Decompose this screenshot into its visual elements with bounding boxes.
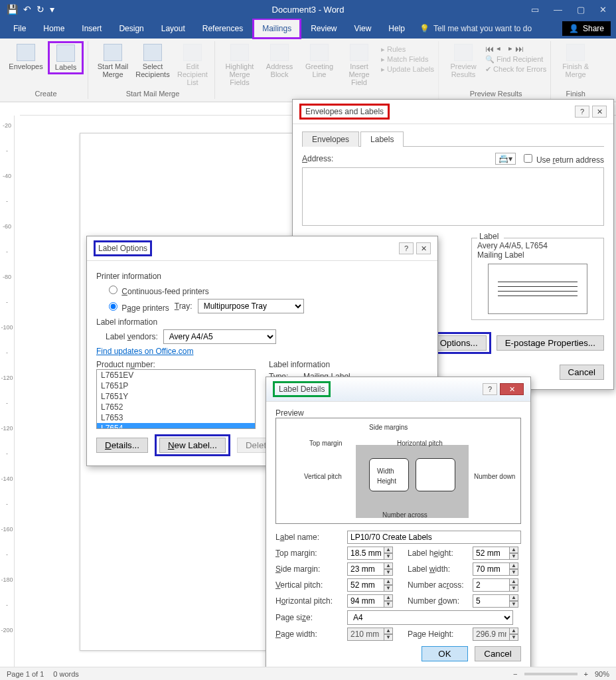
ruler-vertical: -20--40--60--80--100--120--120--140--160… [0,116,15,667]
tab-review[interactable]: Review [303,20,345,37]
help-icon[interactable]: ? [483,383,497,395]
address-label: AAddress:ddress: [302,154,333,163]
top-margin-input[interactable] [347,547,384,560]
tab-layout[interactable]: Layout [153,20,193,37]
tab-insert[interactable]: Insert [74,20,110,37]
use-return-checkbox[interactable]: Use return address [521,152,604,165]
insert-merge-field-button: Insert Merge Field [341,41,377,86]
continuous-feed-radio[interactable]: Continuous-feed printers [106,284,209,296]
label-name-input[interactable] [347,531,521,544]
number-down-input[interactable] [473,594,510,608]
page-size-select[interactable]: A4 [347,610,513,625]
help-icon[interactable]: ? [399,242,414,254]
product-listbox[interactable]: L7651EV L7651P L7651Y L7652 L7653 L7654 [96,369,256,429]
redo-icon[interactable]: ↻ [37,4,44,15]
ribbon-options-icon[interactable]: ▭ [531,5,539,15]
close-icon[interactable]: ✕ [416,242,431,254]
word-count[interactable]: 0 words [53,670,79,678]
label-info-title: Label information [269,360,428,369]
ribbon-group-preview: Preview Results ⏮ ◀ ▶ ⏭ 🔍 Find Recipient… [441,41,551,99]
window-title: Document3 - Word [272,5,345,15]
help-icon[interactable]: ? [575,106,589,118]
tab-references[interactable]: References [194,20,251,37]
highlight-fields-button: Highlight Merge Fields [222,41,258,86]
page-height-input[interactable] [473,628,510,641]
close-icon[interactable]: ✕ [592,106,607,118]
page-printers-radio[interactable]: Page printers [106,300,169,313]
dialog-title-envelopes: Envelopes and Labels [305,107,384,116]
close-icon[interactable]: ✕ [500,383,524,395]
tab-view[interactable]: View [346,20,380,37]
zoom-out-icon[interactable]: − [513,670,517,678]
label-vendor-text: Avery A4/A5, L7654 [477,241,598,250]
dialog-title-details: Label Details [279,384,325,394]
greeting-line-button: Greeting Line [301,41,337,78]
vertical-pitch-input[interactable] [347,578,384,592]
ribbon-group-create: Envelopes Labels Create [4,41,88,99]
cancel-button[interactable]: Cancel [560,365,605,380]
dialog-title-options: Label Options [98,244,147,253]
finish-merge-button: Finish & Merge [558,41,593,78]
labels-button[interactable]: Labels [48,41,84,74]
start-mail-merge-button[interactable]: Start Mail Merge [95,41,131,78]
save-icon[interactable]: 💾 [7,4,18,15]
ribbon-group-startmm: Start Mail Merge Select Recipients Edit … [91,41,215,99]
ribbon-group-finish: Finish & Merge Finish [554,41,597,99]
options-button[interactable]: Options... [431,335,487,351]
label-preview [488,264,587,314]
minimize-icon[interactable]: — [554,5,562,15]
cancel-button[interactable]: Cancel [475,646,521,661]
find-updates-link[interactable]: Find updates on Office.com [96,347,194,356]
product-number-label: Product number: [96,360,256,369]
new-label-button[interactable]: New Label... [159,438,226,453]
label-height-input[interactable] [473,547,510,560]
tab-home[interactable]: Home [35,20,72,37]
edit-recipient-list-button: Edit Recipient List [175,41,210,86]
undo-icon[interactable]: ↶ [23,4,31,15]
record-nav: ⏮ ◀ ▶ ⏭ [485,44,546,54]
share-button[interactable]: 👤 Share [562,21,611,36]
check-errors-button: ✔ Check for Errors [485,65,546,74]
tab-design[interactable]: Design [111,20,151,37]
zoom-in-icon[interactable]: + [584,670,588,678]
zoom-slider[interactable] [524,673,578,675]
side-margin-input[interactable] [347,562,384,576]
ribbon-group-write: Highlight Merge Fields Address Block Gre… [218,41,439,99]
epostage-button[interactable]: E-postage Properties... [497,335,604,351]
label-diagram: Side margins Top margin Horizontal pitch… [275,418,521,524]
tell-me[interactable]: 💡 Tell me what you want to do [420,24,532,33]
label-width-input[interactable] [473,562,510,576]
number-across-input[interactable] [473,578,510,592]
details-button[interactable]: Details... [96,438,148,453]
tab-mailings[interactable]: Mailings [252,18,301,39]
tray-select[interactable]: Multipurpose Tray [198,299,304,313]
envelopes-button[interactable]: Envelopes [8,41,44,70]
label-name-label: Label name: [275,533,342,542]
maximize-icon[interactable]: ▢ [577,5,585,15]
tab-envelopes[interactable]: Envelopes [302,131,359,147]
tray-label: Tray: [175,301,193,311]
qat-dropdown-icon[interactable]: ▾ [50,4,54,15]
contacts-icon[interactable]: 📇▾ [495,153,516,165]
page-width-input[interactable] [347,628,384,641]
ok-button[interactable]: OK [422,646,468,661]
tab-file[interactable]: File [5,20,34,37]
vendors-select[interactable]: Avery A4/A5 [163,329,276,344]
titlebar: 💾 ↶ ↻ ▾ Document3 - Word ▭ — ▢ ✕ [0,0,616,19]
status-bar: Page 1 of 1 0 words − + 90% [0,667,616,680]
page-indicator[interactable]: Page 1 of 1 [7,670,44,678]
tab-help[interactable]: Help [380,20,413,37]
printer-info-label: Printer information [96,272,428,281]
close-icon[interactable]: ✕ [599,5,607,15]
address-textarea[interactable] [302,167,604,226]
ribbon: Envelopes Labels Create Start Mail Merge… [0,39,616,102]
horizontal-pitch-input[interactable] [347,594,384,608]
zoom-level[interactable]: 90% [595,670,609,678]
update-labels-button: ▸ Update Labels [381,65,434,74]
tab-labels[interactable]: Labels [360,131,404,147]
find-recipient-button: 🔍 Find Recipient [485,55,546,64]
label-group-title: Label [477,232,504,241]
menubar: File Home Insert Design Layout Reference… [0,19,616,39]
rules-button: ▸ Rules [381,45,434,54]
select-recipients-button[interactable]: Select Recipients [135,41,171,78]
